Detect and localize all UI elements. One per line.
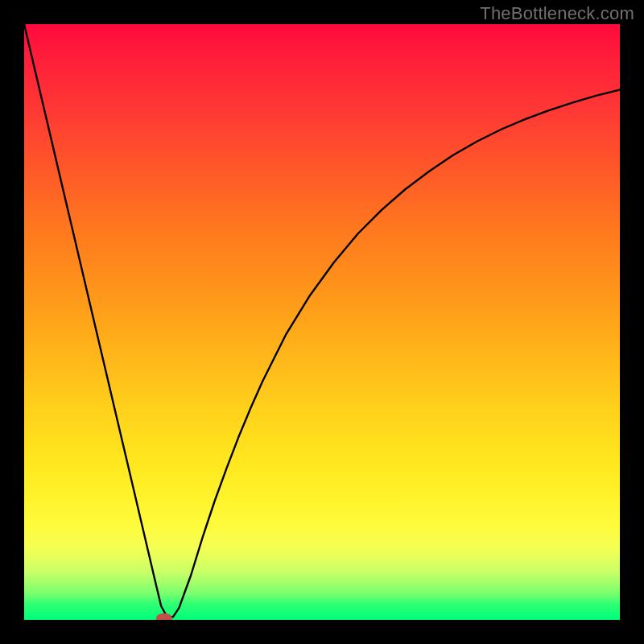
curve-path	[24, 24, 620, 617]
watermark-text: TheBottleneck.com	[480, 3, 634, 24]
min-marker	[156, 613, 172, 620]
chart-frame: TheBottleneck.com	[0, 0, 644, 644]
chart-plot-area	[24, 24, 620, 620]
chart-svg	[24, 24, 620, 620]
